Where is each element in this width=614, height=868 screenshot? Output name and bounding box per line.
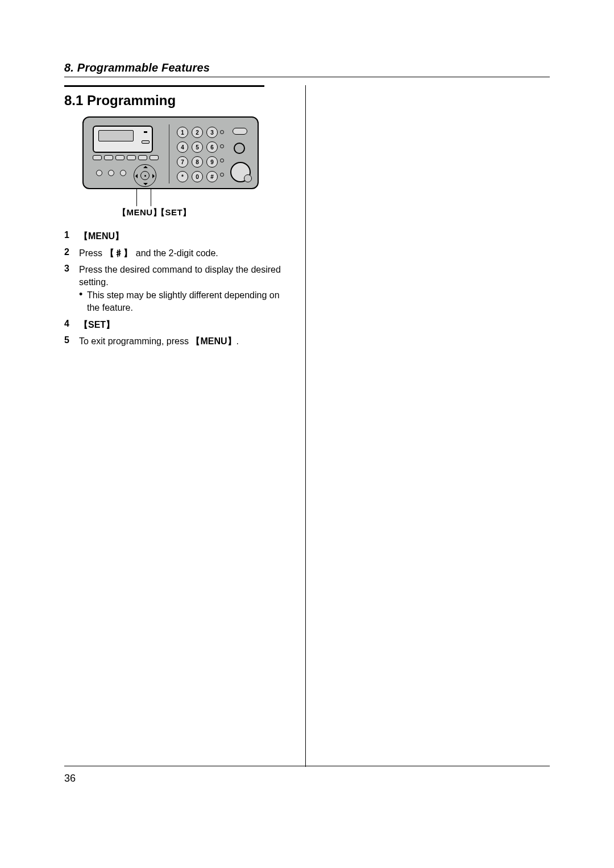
keypad-key: 3 xyxy=(206,127,218,138)
step-item: 5 To exit programming, press MENU. xyxy=(64,335,286,348)
key-menu: MENU xyxy=(79,231,124,241)
control-panel-illustration: 1 2 3 4 5 6 7 8 9 * 0 # xyxy=(82,116,259,223)
step-text-prefix: Press xyxy=(79,248,105,258)
up-arrow-icon xyxy=(143,164,148,168)
step-text-suffix: and the 2-digit code. xyxy=(133,248,218,258)
step-number: 2 xyxy=(64,247,72,257)
section-rule xyxy=(64,85,264,87)
step-content: MENU xyxy=(79,230,124,243)
panel-pill-button xyxy=(233,128,247,135)
keypad-key: 9 xyxy=(206,156,218,168)
nav-center xyxy=(140,171,150,180)
panel-separator xyxy=(169,124,169,183)
three-dots xyxy=(96,170,126,176)
chapter-title: 8. Programmable Features xyxy=(64,61,210,74)
lcd-block xyxy=(93,126,153,153)
left-arrow-icon xyxy=(133,174,138,178)
callout-label-menu: MENU xyxy=(118,207,161,218)
panel-dot xyxy=(220,144,224,148)
panel-button xyxy=(93,155,102,160)
step-text-prefix: To exit programming, press xyxy=(79,336,191,346)
panel-dot xyxy=(220,130,224,134)
panel-dot xyxy=(108,170,114,176)
panel-dot xyxy=(96,170,102,176)
panel-dot xyxy=(220,158,224,162)
keypad-key: 1 xyxy=(177,127,188,138)
chapter-title-text: Programmable Features xyxy=(77,61,210,74)
step-item: 1 MENU xyxy=(64,230,286,243)
step-subnote: This step may be slightly different depe… xyxy=(79,289,286,314)
keypad-key: 7 xyxy=(177,156,188,168)
nav-dpad xyxy=(134,164,156,187)
leader-line xyxy=(151,189,151,206)
step-list: 1 MENU 2 Press ♯ and the 2-digit code. 3… xyxy=(64,230,286,348)
section-title: 8.1 Programming xyxy=(64,93,286,108)
keypad-key: 8 xyxy=(192,156,203,168)
leader-line xyxy=(136,189,137,206)
indicator-dots xyxy=(220,130,224,177)
panel-button xyxy=(150,155,159,160)
panel-dot xyxy=(220,173,224,177)
step-number: 5 xyxy=(64,335,72,345)
step-content: Press ♯ and the 2-digit code. xyxy=(79,247,218,260)
step-number: 1 xyxy=(64,230,72,240)
panel-circle-button xyxy=(234,143,245,154)
step-item: 3 Press the desired command to display t… xyxy=(64,264,286,314)
lcd-detail xyxy=(144,131,147,133)
page-number: 36 xyxy=(64,773,76,784)
chapter-number: 8. xyxy=(64,61,74,74)
step-text: Press the desired command to display the… xyxy=(79,265,281,287)
left-column: 8.1 Programming xyxy=(64,85,292,767)
step-item: 4 SET xyxy=(64,319,286,331)
callout-leaders: MENU SET xyxy=(82,189,259,223)
step-content: To exit programming, press MENU. xyxy=(79,335,239,348)
step-content: Press the desired command to display the… xyxy=(79,264,286,314)
panel-dot xyxy=(120,170,126,176)
panel-large-button xyxy=(230,162,251,182)
down-arrow-icon xyxy=(143,183,148,187)
key-menu: MENU xyxy=(191,336,236,346)
keypad-key: 4 xyxy=(177,141,188,153)
footer-rule xyxy=(64,766,550,766)
panel-button xyxy=(104,155,113,160)
step-content: SET xyxy=(79,319,115,331)
keypad-key: 0 xyxy=(192,171,203,182)
callout-label-set: SET xyxy=(156,207,192,218)
button-row xyxy=(93,155,159,160)
step-item: 2 Press ♯ and the 2-digit code. xyxy=(64,247,286,260)
device-panel: 1 2 3 4 5 6 7 8 9 * 0 # xyxy=(82,116,259,189)
right-arrow-icon xyxy=(152,174,157,178)
key-set: SET xyxy=(79,320,115,329)
keypad-key: 6 xyxy=(206,141,218,153)
step-text-suffix: . xyxy=(237,336,239,346)
lcd-button xyxy=(142,140,150,144)
step-number: 4 xyxy=(64,319,72,329)
numeric-keypad: 1 2 3 4 5 6 7 8 9 * 0 # xyxy=(177,127,219,183)
keypad-key: 2 xyxy=(192,127,203,138)
section-number: 8.1 xyxy=(64,93,83,108)
section-title-text: Programming xyxy=(87,93,176,108)
keypad-key-star: * xyxy=(177,171,188,182)
chapter-header: 8. Programmable Features xyxy=(64,61,550,77)
two-column-layout: 8.1 Programming xyxy=(64,85,550,767)
step-number: 3 xyxy=(64,264,72,274)
panel-button xyxy=(115,155,125,160)
panel-button xyxy=(127,155,136,160)
page-body: 8. Programmable Features 8.1 Programming xyxy=(64,61,550,767)
column-divider xyxy=(305,85,306,767)
keypad-key: 5 xyxy=(192,141,203,153)
hash-key-icon: ♯ xyxy=(105,247,133,260)
keypad-key-hash: # xyxy=(206,171,218,182)
panel-button xyxy=(138,155,147,160)
